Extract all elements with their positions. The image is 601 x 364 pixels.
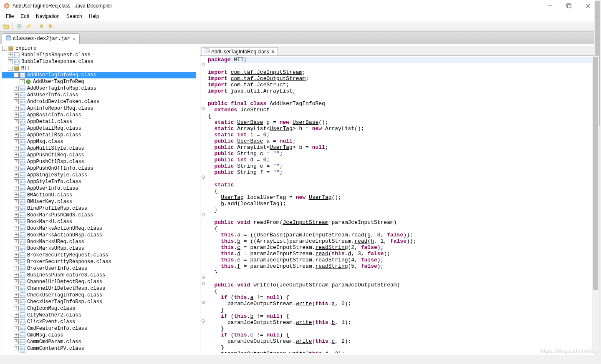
tree-item[interactable]: +010CheckUserTagInfoRsp.class [2, 299, 196, 305]
tree-expander[interactable]: + [14, 219, 19, 224]
tree-item[interactable]: +010AppDetailRsp.class [2, 132, 196, 138]
tree-item[interactable]: +010AppPushCtlReq.class [2, 152, 196, 158]
tree-expander[interactable]: + [14, 199, 19, 204]
tree-expander[interactable]: + [14, 313, 19, 318]
fold-marker[interactable]: - [202, 276, 205, 279]
tree-expander[interactable]: + [14, 259, 19, 264]
tree-item[interactable]: +010BubbleTipsRequest.class [2, 52, 196, 58]
tree-expander[interactable]: + [14, 153, 19, 158]
menu-edit[interactable]: Edit [17, 13, 33, 20]
tree-expander[interactable]: + [14, 146, 19, 151]
tree-item[interactable]: +010AppUserInfo.class [2, 185, 196, 192]
tree-expander[interactable]: + [14, 346, 19, 351]
tree-item[interactable]: +010BrokerUserInfo.class [2, 265, 196, 272]
tree-expander[interactable]: + [14, 253, 19, 258]
tree-expander[interactable]: + [14, 339, 19, 344]
tree-expander[interactable]: + [14, 166, 19, 171]
tree-item[interactable]: +010BubbleTipsResponse.class [2, 58, 196, 65]
tree-item[interactable]: +010AndroidDeviceToken.class [2, 98, 196, 105]
menu-file[interactable]: File [3, 13, 17, 20]
tree-item[interactable]: +010AppPushOnOffInfo.class [2, 165, 196, 172]
tree-expander[interactable]: + [14, 193, 19, 198]
fold-marker[interactable]: - [202, 107, 205, 110]
tree-item[interactable]: +010ApkInfoReportReq.class [2, 105, 196, 112]
wand-icon[interactable] [24, 22, 33, 31]
tree-item[interactable]: +010AppStyleInfo.class [2, 178, 196, 185]
tree-expander[interactable]: + [14, 106, 19, 111]
tree-scroll[interactable]: -Explore+010BubbleTipsRequest.class+010B… [2, 44, 196, 353]
tree-expander[interactable]: + [14, 239, 19, 244]
menu-search[interactable]: Search [63, 13, 86, 20]
tree-expander[interactable]: + [14, 246, 19, 251]
expand-icon[interactable] [15, 22, 24, 31]
tree-item[interactable]: +010CityWeather2.class [2, 312, 196, 319]
tree-item[interactable]: +010BMActionU.class [2, 192, 196, 198]
tree-expander[interactable]: + [14, 266, 19, 271]
fold-marker[interactable]: - [202, 319, 205, 323]
tree-package[interactable]: -MTT [2, 65, 196, 72]
back-icon[interactable] [37, 22, 46, 31]
tree-item[interactable]: +010BookMarksActionURsp.class [2, 232, 196, 238]
minimize-button[interactable] [540, 0, 559, 12]
tree-item[interactable]: +010AdsUserInfo.class [2, 92, 196, 98]
tree-expander[interactable]: + [14, 139, 19, 144]
code-scrollbar[interactable] [592, 56, 599, 353]
tree-item[interactable]: +010BrokerSecurityResponse.class [2, 259, 196, 265]
tree-expander[interactable]: + [14, 213, 19, 218]
tree-expander[interactable]: + [8, 53, 13, 58]
tree-item[interactable]: +010BookMarksActionUReq.class [2, 225, 196, 232]
tree-item[interactable]: +010AppMultiStyle.class [2, 145, 196, 152]
tree-expander[interactable]: + [14, 133, 19, 138]
file-tab[interactable]: classes-dex2jar.jar ✕ [2, 33, 80, 44]
tree-expander[interactable]: + [14, 86, 19, 91]
tree-item[interactable]: +010ClickEvent.class [2, 319, 196, 325]
tree-item[interactable]: +010AppDetailReq.class [2, 125, 196, 132]
tree-expander[interactable]: + [14, 126, 19, 131]
tree-item[interactable]: +010BookMarkU.class [2, 218, 196, 225]
tree-expander[interactable]: - [2, 46, 7, 51]
menu-help[interactable]: Help [86, 13, 103, 20]
fold-marker[interactable]: - [202, 301, 205, 304]
tree-expander[interactable]: + [14, 93, 19, 98]
tree-expander[interactable]: + [14, 159, 19, 164]
tree-expander[interactable]: + [14, 333, 19, 338]
tree-item[interactable]: +010AppBasicInfo.class [2, 112, 196, 118]
tree-expander[interactable]: + [14, 353, 19, 353]
tree-item[interactable]: +010AddUserTagInfoRsp.class [2, 85, 196, 92]
tree-expander[interactable]: + [14, 173, 19, 178]
tree-item[interactable]: +010BookMarkPushCmdS.class [2, 212, 196, 218]
tree-item[interactable]: +010AppSingleStyle.class [2, 172, 196, 178]
tree-expander[interactable]: + [14, 99, 19, 104]
tree-expander[interactable]: + [14, 299, 19, 304]
tree-expander[interactable]: + [14, 113, 19, 118]
fold-marker[interactable]: - [202, 282, 205, 285]
tree-item[interactable]: +010ChannelUrlDetectReq.class [2, 279, 196, 285]
close-tab-icon[interactable]: ✕ [72, 36, 76, 42]
fold-marker[interactable]: - [202, 213, 205, 216]
tree-expander[interactable]: + [14, 273, 19, 278]
tree-item[interactable]: +010CmdFeatureInfo.class [2, 325, 196, 332]
tree-expander[interactable]: + [14, 119, 19, 124]
tree-item[interactable]: +010ChgIconMsg.class [2, 305, 196, 312]
menu-navigation[interactable]: Navigation [33, 13, 63, 20]
tree-expander[interactable]: + [14, 306, 19, 311]
close-editor-tab-icon[interactable]: ✕ [271, 49, 275, 55]
tree-expander[interactable]: + [14, 206, 19, 211]
tree-item[interactable]: +010AppDetail.class [2, 118, 196, 125]
tree-item[interactable]: +010BusinessPushFeatureS.class [2, 272, 196, 279]
tree-item[interactable]: +010CommLBSReqV2.class [2, 352, 196, 353]
tree-item[interactable]: +010CommCmdParam.class [2, 339, 196, 345]
tree-item[interactable]: +010AppMsg.class [2, 138, 196, 145]
tree-expander[interactable]: - [14, 73, 19, 78]
tree-expander[interactable]: - [8, 66, 13, 71]
editor-tab[interactable]: 010 AddUserTagInfoReq.class ✕ [202, 47, 278, 55]
tree-item[interactable]: +010CheckUserTagInfoReq.class [2, 292, 196, 299]
tree-expander[interactable]: + [14, 326, 19, 331]
tree-item-selected[interactable]: -010AddUserTagInfoReq.class [2, 72, 196, 78]
tree-item[interactable]: +010BMUserKey.class [2, 198, 196, 205]
tree-root[interactable]: -Explore [2, 45, 196, 52]
forward-icon[interactable] [46, 22, 55, 31]
tree-expander[interactable]: + [14, 186, 19, 191]
tree-expander[interactable]: + [14, 179, 19, 184]
tree-expander[interactable]: + [14, 286, 19, 291]
